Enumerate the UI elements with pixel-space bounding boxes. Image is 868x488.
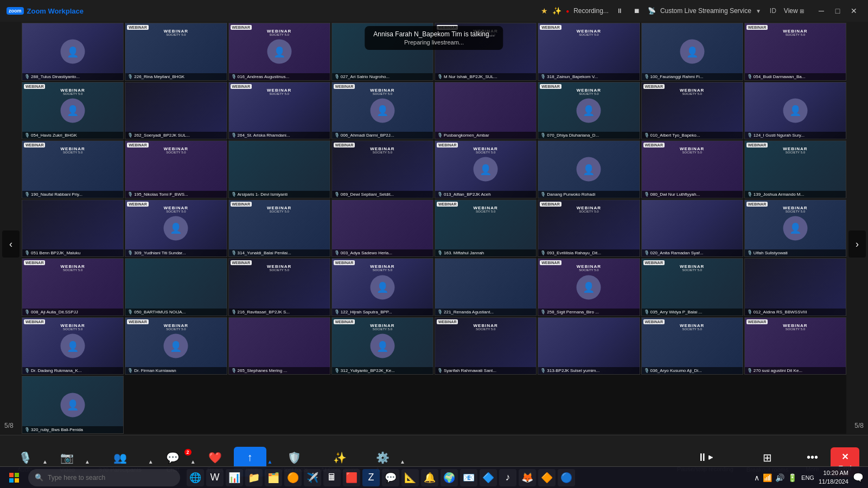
nav-prev-btn[interactable]: ‹	[2, 230, 20, 258]
maximize-btn[interactable]: □	[830, 4, 845, 17]
video-tile[interactable]: WEBINARWEBINARSOCIETY 5.0👤258_Sigit Perm…	[538, 258, 640, 316]
video-tile[interactable]: WEBINARWEBINARSOCIETY 5.0036_Aryo Kusumo…	[641, 317, 743, 375]
video-tile[interactable]: 050_BARTHMUS NOIJA...	[125, 258, 227, 316]
video-tile[interactable]: WEBINARWEBINARSOCIETY 5.0314_Yunaldi_Bal…	[228, 200, 330, 258]
audio-arrow-btn[interactable]: ▲	[41, 458, 49, 466]
taskbar-app-vlc[interactable]: 🔶	[538, 469, 556, 486]
search-bar[interactable]: 🔍	[28, 469, 180, 486]
recording-stop-btn[interactable]: ⏹	[630, 6, 643, 16]
video-tile[interactable]: WEBINARWEBINARSOCIETY 5.0163. Miftahul J…	[435, 200, 537, 258]
video-tile[interactable]: WEBINARWEBINARSOCIETY 5.0👤Dr. Firman Kur…	[125, 317, 227, 375]
recording-pause-btn[interactable]: ⏸	[613, 6, 626, 16]
video-tile[interactable]: 👤124_I Gusti Ngurah Sury...	[744, 82, 846, 140]
taskbar-app-sizer[interactable]: 📐	[401, 469, 419, 486]
taskbar-app-browser[interactable]: 🌍	[441, 469, 458, 486]
video-tile[interactable]: WEBINARWEBINARSOCIETY 5.0093_Evrililisia…	[538, 200, 640, 258]
video-tile[interactable]: 265_Stephanes Mering ...	[228, 317, 330, 375]
video-tile[interactable]: 221_Renanda Agustiant...	[435, 258, 537, 316]
taskbar-app-telegram[interactable]: ✈️	[304, 469, 321, 486]
taskbar-app-outlook[interactable]: 📧	[460, 469, 477, 486]
taskbar-app-edge2[interactable]: 🔵	[558, 469, 575, 486]
video-tile[interactable]: WEBINARWEBINARSOCIETY 5.0195_Nikolas Tom…	[125, 140, 227, 198]
society-text: SOCIETY 5.0	[229, 268, 330, 272]
video-tile[interactable]: 012_Aldina RS_BBWSSVIII	[744, 258, 846, 316]
society-text: SOCIETY 5.0	[435, 210, 536, 213]
video-tile[interactable]: WEBINARWEBINARSOCIETY 5.0👤309_Yudhiani T…	[125, 200, 227, 258]
video-tile[interactable]: WEBINARWEBINARSOCIETY 5.0👤Dr. Dadang Ruk…	[22, 317, 124, 375]
participant-name: 309_Yudhiani Titi Sundar...	[125, 249, 226, 256]
notification-icon[interactable]: 🗨️	[853, 472, 864, 483]
chevron-icon[interactable]: ∧	[754, 473, 760, 482]
title-bar: zoom Zoom Workplace ★ ✨ ● Recording... ⏸…	[0, 0, 868, 22]
taskbar-app-notif[interactable]: 🔔	[421, 469, 438, 486]
video-tile[interactable]: WEBINARWEBINARSOCIETY 5.0080_Dwi Nur Lut…	[641, 140, 743, 198]
apps-arrow-btn[interactable]: ▲	[399, 458, 406, 466]
video-tile[interactable]: WEBINARWEBINARSOCIETY 5.0318_Zainun_Bape…	[538, 23, 640, 81]
video-tile[interactable]: WEBINARWEBINARSOCIETY 5.0👤016_Andreas Au…	[228, 23, 330, 81]
video-tile[interactable]: WEBINARWEBINARSOCIETY 5.0Syarifah Rahmaw…	[435, 317, 537, 375]
society-text: SOCIETY 5.0	[745, 151, 846, 154]
video-tile[interactable]: WEBINARWEBINARSOCIETY 5.0👤122_Hijrah Sap…	[331, 258, 433, 316]
video-tile[interactable]: WEBINARWEBINARSOCIETY 5.0139_Joshua Arma…	[744, 140, 846, 198]
taskbar-app-wa[interactable]: 💬	[382, 469, 399, 486]
taskbar-app-firefox[interactable]: 🦊	[519, 469, 536, 486]
video-tile[interactable]: 051 Benn BP2JK_Maluku	[22, 200, 124, 258]
video-tile[interactable]: WEBINARWEBINARSOCIETY 5.0010_Albert Tyo_…	[641, 82, 743, 140]
taskbar-app-folder[interactable]: 📁	[245, 469, 263, 486]
participant-name: 008_Aji Aulia_Dit.SSPJJ	[22, 309, 123, 316]
start-button[interactable]	[4, 468, 24, 487]
sys-tray: ∧ 📶 🔊 🔋	[754, 473, 797, 482]
view-btn[interactable]: View ⊞	[781, 6, 807, 16]
video-tile[interactable]: 020_Anita Ramadan Syaf...	[641, 200, 743, 258]
taskbar-app-explorer[interactable]: 🗂️	[265, 469, 282, 486]
video-tile[interactable]: 003_Adya Sadewo Herla...	[331, 200, 433, 258]
video-tile[interactable]: WEBINARWEBINARSOCIETY 5.0069_Dewi Septia…	[331, 140, 433, 198]
minimize-btn[interactable]: ─	[814, 4, 829, 17]
video-tile[interactable]: WEBINARWEBINARSOCIETY 5.0190_Naufal Rabb…	[22, 140, 124, 198]
video-tile[interactable]: 262_Soeryadi_BP2JK SUL...	[125, 82, 227, 140]
video-tile[interactable]: 👤Danang Purwoko Rohadi	[538, 140, 640, 198]
taskbar-app-ppt[interactable]: 🟥	[343, 469, 360, 486]
taskbar-app-win[interactable]: 🔷	[480, 469, 497, 486]
search-input[interactable]	[48, 474, 174, 481]
share-arrow-btn[interactable]: ▲	[266, 458, 274, 466]
taskbar-app-edge[interactable]: 🌐	[187, 469, 204, 486]
video-tile[interactable]: 👤100_Fauzianggi Rahmi Fi...	[641, 23, 743, 81]
video-tile[interactable]: WEBINARWEBINARSOCIETY 5.0👤054_Havis Zukr…	[22, 82, 124, 140]
taskbar-app-zoom[interactable]: Z	[362, 469, 380, 486]
close-btn[interactable]: ✕	[846, 4, 861, 17]
video-tile[interactable]: 👤320_ruby_Bws Bali-Penida	[22, 376, 124, 434]
video-tile[interactable]: WEBINARWEBINARSOCIETY 5.0216_Ravitasari_…	[228, 258, 330, 316]
video-tile[interactable]: WEBINARWEBINARSOCIETY 5.0008_Aji Aulia_D…	[22, 258, 124, 316]
video-tile[interactable]: 313-BP2JK Sulsel yumim...	[538, 317, 640, 375]
video-tile[interactable]: 👤288_Tulus Dinastiyanto...	[22, 23, 124, 81]
video-tile[interactable]: WEBINARWEBINARSOCIETY 5.0054_Budi Darmaw…	[744, 23, 846, 81]
participant-name: 264_St. Ariska Rhamdani...	[229, 132, 330, 139]
taskbar-app-word[interactable]: W	[206, 469, 224, 486]
video-tile[interactable]: WEBINARWEBINARSOCIETY 5.0226_Rina Meyila…	[125, 23, 227, 81]
video-tile[interactable]: WEBINARWEBINARSOCIETY 5.0👤013_Alfian_BP2…	[435, 140, 537, 198]
participant-name: 314_Yunaldi_Balai Penilai...	[229, 249, 330, 256]
video-tile[interactable]: WEBINARWEBINARSOCIETY 5.0👤006_Ahmadi Dar…	[331, 82, 433, 140]
video-arrow-btn[interactable]: ▲	[84, 458, 91, 466]
society-text: SOCIETY 5.0	[538, 268, 639, 272]
taskbar-app-tiktok[interactable]: ♪	[499, 469, 516, 486]
video-tile[interactable]: WEBINARWEBINARSOCIETY 5.0👤312_Yuliyanto_…	[331, 317, 433, 375]
taskbar-app-excel[interactable]: 📊	[226, 469, 243, 486]
video-tile[interactable]: WEBINARWEBINARSOCIETY 5.0👤Ulfah Sulistyo…	[744, 200, 846, 258]
participants-arrow-btn[interactable]: ▲	[147, 458, 155, 466]
society-text: SOCIETY 5.0	[435, 328, 536, 331]
video-tile[interactable]: Arsiparis 1- Devi Ismiyanti	[228, 140, 330, 198]
video-tile[interactable]: WEBINARWEBINARSOCIETY 5.0264_St. Ariska …	[228, 82, 330, 140]
video-tile[interactable]: WEBINARWEBINARSOCIETY 5.0👤070_Dhiya Dluh…	[538, 82, 640, 140]
video-tile[interactable]: WEBINARWEBINARSOCIETY 5.0270 susi agusti…	[744, 317, 846, 375]
chat-arrow-btn[interactable]: ▲	[189, 458, 197, 466]
video-tile[interactable]: Pusbangkomen_Ambar	[435, 82, 537, 140]
taskbar-app-chrome[interactable]: 🟠	[284, 469, 302, 486]
participant-name: Dr. Dadang Rukmana_K...	[22, 367, 123, 374]
nav-next-btn[interactable]: ›	[848, 230, 866, 258]
participant-name: 069_Dewi Septiani_Setdit...	[332, 191, 433, 198]
video-tile[interactable]: WEBINARWEBINARSOCIETY 5.0035_Arry Widya …	[641, 258, 743, 316]
participant-name: Pusbangkomen_Ambar	[435, 132, 536, 139]
taskbar-app-calc[interactable]: 🖩	[323, 469, 341, 486]
